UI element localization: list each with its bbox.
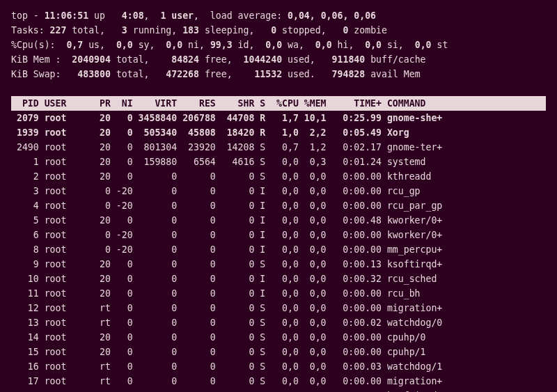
summary-swap: KiB Swap: 483800 total, 472268 free, 115…: [11, 67, 546, 81]
table-row: 11 root 20 0 0 0 0 I 0,0 0,0 0:00.00 rcu…: [11, 286, 546, 301]
table-row: 12 root rt 0 0 0 0 S 0,0 0,0 0:00.00 mig…: [11, 301, 546, 315]
table-row: 15 root 20 0 0 0 0 S 0,0 0,0 0:00.00 cpu…: [11, 345, 546, 359]
table-row: 3 root 0 -20 0 0 0 I 0,0 0,0 0:00.00 rcu…: [11, 184, 546, 198]
summary-uptime: top - 11:06:51 up 4:08, 1 user, load ave…: [11, 8, 546, 23]
table-row: 1 root 20 0 159880 6564 4616 S 0,0 0,3 0…: [11, 155, 546, 169]
table-row: 6 root 0 -20 0 0 0 I 0,0 0,0 0:00.00 kwo…: [11, 228, 546, 242]
table-row: 10 root 20 0 0 0 0 I 0,0 0,0 0:00.32 rcu…: [11, 272, 546, 286]
table-row: 18 root 20 0 0 0 0 S 0,0 0,0 0:00.17 kso…: [11, 389, 546, 392]
table-row: 9 root 20 0 0 0 0 S 0,0 0,0 0:00.13 ksof…: [11, 257, 546, 272]
spacer: [11, 81, 546, 96]
summary-tasks: Tasks: 227 total, 3 running, 183 sleepin…: [11, 23, 546, 38]
table-row: 2490 root 20 0 801304 23920 14208 S 0,7 …: [11, 140, 546, 155]
table-row: 1939 root 20 0 505340 45808 18420 R 1,0 …: [11, 125, 546, 140]
table-row: 14 root 20 0 0 0 0 S 0,0 0,0 0:00.00 cpu…: [11, 330, 546, 345]
table-row: 4 root 0 -20 0 0 0 I 0,0 0,0 0:00.00 rcu…: [11, 198, 546, 213]
table-row: 5 root 20 0 0 0 0 I 0,0 0,0 0:00.48 kwor…: [11, 213, 546, 228]
summary-mem: KiB Mem : 2040904 total, 84824 free, 104…: [11, 52, 546, 67]
table-row: 17 root rt 0 0 0 0 S 0,0 0,0 0:00.00 mig…: [11, 374, 546, 389]
terminal[interactable]: top - 11:06:51 up 4:08, 1 user, load ave…: [0, 0, 557, 392]
summary-cpu: %Cpu(s): 0,7 us, 0,0 sy, 0,0 ni, 99,3 id…: [11, 38, 546, 52]
column-headers[interactable]: PID USER PR NI VIRT RES SHR S %CPU %MEM …: [11, 96, 546, 111]
table-row: 8 root 0 -20 0 0 0 I 0,0 0,0 0:00.00 mm_…: [11, 242, 546, 257]
table-row: 13 root rt 0 0 0 0 S 0,0 0,0 0:00.02 wat…: [11, 315, 546, 330]
table-row: 16 root rt 0 0 0 0 S 0,0 0,0 0:00.03 wat…: [11, 359, 546, 374]
process-list: 2079 root 20 0 3458840 206788 44708 R 1,…: [11, 111, 546, 392]
table-row: 2079 root 20 0 3458840 206788 44708 R 1,…: [11, 111, 546, 125]
table-row: 2 root 20 0 0 0 0 S 0,0 0,0 0:00.00 kthr…: [11, 169, 546, 184]
